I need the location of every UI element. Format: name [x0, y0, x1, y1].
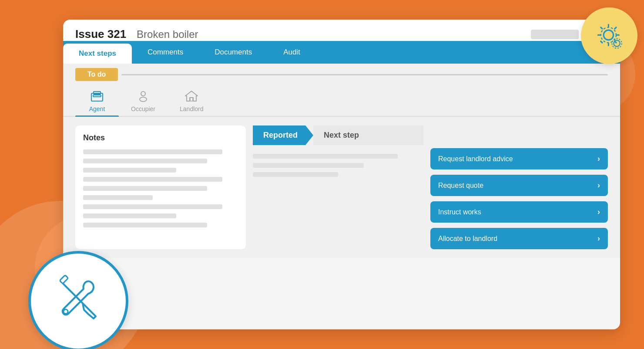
header-placeholder-1 — [531, 30, 579, 39]
svg-rect-13 — [190, 98, 193, 101]
gear-icon — [592, 18, 627, 53]
svg-point-11 — [140, 97, 147, 102]
svg-point-2 — [614, 40, 620, 46]
card-inner: Issue 321 Broken boiler Next steps Comme… — [63, 20, 620, 329]
reported-line-3 — [253, 172, 338, 177]
todo-bar: To do — [63, 64, 620, 85]
reported-header: Reported Next step — [253, 125, 423, 145]
reported-panel: Reported Next step — [253, 125, 423, 249]
notes-line-7 — [83, 204, 222, 209]
main-card: Issue 321 Broken boiler Next steps Comme… — [63, 20, 620, 329]
sub-tab-occupier[interactable]: Occupier — [119, 85, 168, 116]
reported-label: Reported — [253, 125, 313, 145]
occupier-icon — [137, 90, 150, 104]
allocate-to-landlord-button[interactable]: Allocate to landlord › — [430, 228, 608, 249]
reported-lines — [253, 152, 423, 179]
notes-panel: Notes — [75, 125, 246, 249]
todo-line — [121, 74, 608, 75]
svg-point-10 — [141, 91, 145, 96]
sub-tabs: Agent Occupier — [63, 85, 620, 117]
todo-label: To do — [75, 68, 118, 81]
gear-circle — [581, 7, 637, 64]
reported-line-2 — [253, 163, 364, 168]
notes-line-8 — [83, 213, 176, 218]
svg-marker-12 — [185, 91, 198, 101]
tools-circle — [28, 251, 128, 349]
chevron-right-icon-2: › — [597, 181, 600, 190]
nextstep-panel: Request landlord advice › Request quote … — [430, 125, 608, 249]
next-step-label: Next step — [313, 125, 423, 145]
notes-line-2 — [83, 159, 207, 163]
svg-point-0 — [604, 30, 613, 40]
content-area: To do Agent — [63, 64, 620, 258]
notes-line-1 — [83, 149, 222, 154]
notes-line-5 — [83, 186, 207, 191]
tab-bar: Next steps Comments Documents Audit — [63, 41, 620, 64]
tab-next-steps[interactable]: Next steps — [63, 44, 132, 64]
notes-lines — [83, 149, 238, 227]
tab-documents[interactable]: Documents — [199, 41, 268, 64]
svg-rect-9 — [93, 95, 101, 97]
request-quote-button[interactable]: Request quote › — [430, 175, 608, 196]
card-header: Issue 321 Broken boiler — [63, 20, 620, 41]
notes-line-3 — [83, 168, 176, 173]
chevron-right-icon-4: › — [597, 234, 600, 243]
sub-tab-landlord-label: Landlord — [180, 105, 204, 116]
sub-tab-occupier-label: Occupier — [131, 105, 155, 116]
tab-audit[interactable]: Audit — [268, 41, 316, 64]
landlord-icon — [184, 90, 198, 104]
notes-line-4 — [83, 177, 222, 182]
issue-number: Issue 321 — [75, 27, 126, 41]
tab-comments[interactable]: Comments — [132, 41, 199, 64]
issue-name: Broken boiler — [137, 28, 198, 41]
notes-line-6 — [83, 195, 153, 200]
sub-tab-agent-label: Agent — [89, 105, 105, 116]
instruct-works-button[interactable]: Instruct works › — [430, 201, 608, 223]
request-landlord-advice-button[interactable]: Request landlord advice › — [430, 148, 608, 169]
notes-line-9 — [83, 223, 207, 227]
agent-icon — [91, 90, 104, 104]
notes-title: Notes — [83, 133, 238, 142]
svg-rect-5 — [60, 275, 68, 284]
chevron-right-icon-3: › — [597, 207, 600, 217]
sub-tab-agent[interactable]: Agent — [75, 85, 119, 116]
chevron-right-icon-1: › — [597, 154, 600, 163]
tools-icon — [50, 273, 107, 329]
reported-line-1 — [253, 154, 398, 159]
sub-tab-landlord[interactable]: Landlord — [168, 85, 216, 116]
svg-point-4 — [64, 309, 68, 314]
main-grid: Notes Repo — [63, 117, 620, 258]
